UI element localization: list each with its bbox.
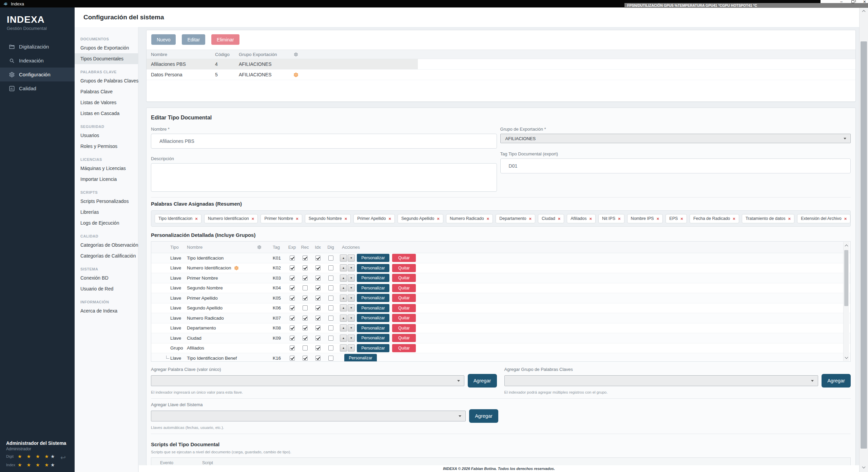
- move-down-button[interactable]: ▼: [348, 284, 355, 291]
- rec-checkbox[interactable]: [303, 256, 308, 261]
- dig-checkbox[interactable]: [328, 316, 333, 321]
- dig-checkbox[interactable]: [328, 325, 333, 331]
- edit-button[interactable]: Editar: [182, 34, 205, 45]
- move-down-button[interactable]: ▼: [348, 295, 355, 302]
- idx-checkbox[interactable]: [315, 316, 321, 321]
- sidebar-nav-item[interactable]: Indexación: [0, 54, 75, 68]
- sidebar-nav-item[interactable]: Configuración: [0, 68, 75, 81]
- chip-remove-icon[interactable]: ×: [680, 216, 683, 221]
- menu-item[interactable]: Categorías de Calificación: [75, 250, 138, 261]
- keyword-chip[interactable]: EPS ×: [666, 214, 687, 223]
- close-button[interactable]: ×: [863, 0, 866, 4]
- add-group-button[interactable]: Agregar: [822, 374, 851, 388]
- keyword-chip[interactable]: Ciudad ×: [538, 214, 564, 223]
- dig-checkbox[interactable]: [328, 276, 333, 281]
- menu-item[interactable]: Librerías: [75, 207, 138, 218]
- restore-button[interactable]: [851, 0, 854, 4]
- add-system-key-button[interactable]: Agregar: [469, 409, 498, 423]
- menu-item[interactable]: Acerca de Indexa: [75, 305, 138, 316]
- scroll-down-icon[interactable]: [844, 355, 849, 360]
- move-down-button[interactable]: ▼: [348, 275, 355, 282]
- add-system-key-select[interactable]: [151, 411, 466, 421]
- menu-item[interactable]: Importar Licencia: [75, 174, 138, 185]
- chip-remove-icon[interactable]: ×: [345, 216, 347, 221]
- sidebar-nav-item[interactable]: Calidad: [0, 81, 75, 95]
- move-down-button[interactable]: ▼: [348, 344, 355, 352]
- personalize-button[interactable]: Personalizar: [357, 294, 389, 302]
- scrollbar-thumb[interactable]: [844, 250, 848, 306]
- keyword-chip[interactable]: Segundo Apellido ×: [398, 214, 443, 223]
- exp-checkbox[interactable]: [290, 336, 295, 341]
- keyword-chip[interactable]: Fecha de Radicado ×: [690, 214, 739, 223]
- menu-item[interactable]: Listas en Cascada: [75, 108, 138, 119]
- move-down-button[interactable]: ▼: [348, 315, 355, 322]
- remove-button[interactable]: Quitar: [392, 324, 416, 332]
- personalize-button[interactable]: Personalizar: [357, 284, 389, 292]
- sidebar-nav-item[interactable]: Digitalización: [0, 40, 75, 54]
- personalize-button[interactable]: Personalizar: [357, 264, 389, 272]
- rec-checkbox[interactable]: [303, 285, 308, 290]
- rec-checkbox[interactable]: [303, 296, 308, 301]
- exp-checkbox[interactable]: [290, 296, 295, 301]
- dig-checkbox[interactable]: [328, 356, 333, 361]
- chip-remove-icon[interactable]: ×: [195, 216, 198, 221]
- menu-item[interactable]: Grupos de Exportación: [75, 42, 138, 53]
- move-up-button[interactable]: ▲: [340, 264, 347, 271]
- new-button[interactable]: Nuevo: [151, 34, 176, 45]
- move-up-button[interactable]: ▲: [340, 315, 347, 322]
- dig-checkbox[interactable]: [328, 336, 333, 341]
- remove-button[interactable]: Quitar: [392, 294, 416, 302]
- exp-checkbox[interactable]: [290, 305, 295, 310]
- minimize-button[interactable]: –: [840, 0, 843, 4]
- rec-checkbox[interactable]: [303, 356, 308, 361]
- logout-return-icon[interactable]: ↩: [60, 454, 66, 461]
- doc-type-row[interactable]: Datos Persona 5 AFILIACIONES: [147, 70, 855, 80]
- menu-item[interactable]: Roles y Permisos: [75, 141, 138, 152]
- exp-checkbox[interactable]: [290, 325, 295, 331]
- window-scrollbar[interactable]: [859, 7, 868, 472]
- chip-remove-icon[interactable]: ×: [657, 216, 659, 221]
- idx-checkbox[interactable]: [315, 325, 321, 331]
- chip-remove-icon[interactable]: ×: [252, 216, 254, 221]
- move-up-button[interactable]: ▲: [340, 275, 347, 282]
- chip-remove-icon[interactable]: ×: [733, 216, 735, 221]
- move-down-button[interactable]: ▼: [348, 335, 355, 342]
- idx-checkbox[interactable]: [315, 296, 321, 301]
- rec-checkbox[interactable]: [303, 305, 308, 310]
- descripcion-textarea[interactable]: [151, 163, 497, 192]
- chip-remove-icon[interactable]: ×: [529, 216, 532, 221]
- chip-remove-icon[interactable]: ×: [487, 216, 489, 221]
- personalize-button[interactable]: Personalizar: [357, 334, 389, 342]
- move-down-button[interactable]: ▼: [348, 264, 355, 271]
- exp-checkbox[interactable]: [290, 276, 295, 281]
- exp-checkbox[interactable]: [290, 316, 295, 321]
- remove-button[interactable]: Quitar: [392, 304, 416, 312]
- move-down-button[interactable]: ▼: [348, 324, 355, 332]
- personalize-button[interactable]: Personalizar: [357, 274, 389, 282]
- add-group-select[interactable]: [504, 375, 818, 386]
- keyword-chip[interactable]: Tratamiento de datos ×: [742, 214, 794, 223]
- script-gear-icon[interactable]: [289, 72, 303, 77]
- keyword-chip[interactable]: Nombre IPS ×: [627, 214, 663, 223]
- idx-checkbox[interactable]: [315, 345, 321, 351]
- chip-remove-icon[interactable]: ×: [618, 216, 621, 221]
- personalize-button[interactable]: Personalizar: [357, 324, 389, 332]
- personalize-button[interactable]: Personalizar: [357, 314, 389, 322]
- remove-button[interactable]: Quitar: [392, 254, 416, 262]
- chip-remove-icon[interactable]: ×: [296, 216, 298, 221]
- keyword-chip[interactable]: Afiliados ×: [567, 214, 596, 223]
- scroll-up-icon[interactable]: [844, 243, 849, 248]
- remove-button[interactable]: Quitar: [392, 334, 416, 342]
- menu-item[interactable]: Logs de Ejecución: [75, 218, 138, 228]
- move-up-button[interactable]: ▲: [340, 324, 347, 332]
- keyword-chip[interactable]: Extensión del Archivo ×: [797, 214, 850, 223]
- rec-checkbox[interactable]: [303, 276, 308, 281]
- grupo-exportacion-select[interactable]: AFILIACIONES: [500, 134, 851, 143]
- dig-checkbox[interactable]: [328, 285, 333, 290]
- menu-item[interactable]: Grupos de Palabras Claves: [75, 75, 138, 86]
- move-up-button[interactable]: ▲: [340, 335, 347, 342]
- exp-checkbox[interactable]: [290, 256, 295, 261]
- keyword-chip[interactable]: Numero Identificacion ×: [204, 214, 258, 223]
- move-up-button[interactable]: ▲: [340, 254, 347, 262]
- add-keyword-button[interactable]: Agregar: [468, 374, 497, 388]
